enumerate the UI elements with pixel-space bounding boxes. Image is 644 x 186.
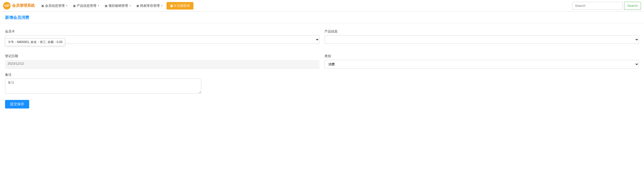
form-row-3: 备注 bbox=[5, 72, 639, 94]
brand-name: 会员管理系统 bbox=[12, 3, 35, 8]
form-group-date: 登记日期 2023/12/12 bbox=[5, 54, 319, 68]
nav-menu: ▣ 会员信息管理 ▾ ▣ 产品信息管理 ▾ ▣ 项目核销管理 ▾ ▣ 耗材库存管… bbox=[39, 0, 570, 12]
nav-item-consumables-label: 耗材库存管理 bbox=[140, 4, 160, 8]
divider bbox=[0, 23, 644, 23]
product-arrow-icon: ▾ bbox=[98, 4, 99, 7]
product-info-label: 产品信息 bbox=[325, 29, 639, 34]
nav-item-member[interactable]: ▣ 会员信息管理 ▾ bbox=[39, 0, 70, 12]
form-group-remark: 备注 bbox=[5, 72, 201, 94]
search-area: Search bbox=[572, 2, 641, 10]
form-group-member-card: 会员卡 卡号：N800001, 姓名：张三, 余额：0.00 bbox=[5, 29, 319, 44]
navbar: VIP 会员管理系统 ▣ 会员信息管理 ▾ ▣ 产品信息管理 ▾ ▣ 项目核销管… bbox=[0, 0, 644, 12]
nav-item-project[interactable]: ▣ 项目核销管理 ▾ bbox=[102, 0, 133, 12]
submit-label: 提交保存 bbox=[10, 102, 24, 106]
product-icon: ▣ bbox=[73, 4, 76, 8]
member-icon: ▣ bbox=[41, 4, 44, 8]
search-button[interactable]: Search bbox=[624, 2, 641, 10]
nav-item-project-label: 项目核销管理 bbox=[108, 4, 128, 8]
consumables-icon: ▣ bbox=[136, 4, 139, 8]
form-group-category: 类别 消费 bbox=[325, 54, 639, 68]
nav-item-member-label: 会员信息管理 bbox=[45, 4, 65, 8]
member-card-dropdown-hint: 卡号：N800001, 姓名：张三, 余额：0.00 bbox=[5, 38, 65, 46]
consumables-arrow-icon: ▾ bbox=[161, 4, 163, 7]
logout-label: 0 注销登录 bbox=[174, 4, 190, 8]
category-select[interactable]: 消费 bbox=[325, 60, 639, 68]
member-card-label: 会员卡 bbox=[5, 29, 319, 34]
search-button-label: Search bbox=[627, 4, 638, 8]
project-arrow-icon: ▾ bbox=[130, 4, 131, 7]
date-display: 2023/12/12 bbox=[5, 60, 319, 68]
logout-button[interactable]: ▣ 0 注销登录 bbox=[167, 2, 193, 10]
form-row-submit: 提交保存 bbox=[5, 98, 639, 108]
brand: VIP 会员管理系统 bbox=[3, 2, 35, 10]
brand-icon: VIP bbox=[3, 2, 11, 10]
form-row-2: 登记日期 2023/12/12 类别 消费 bbox=[5, 54, 639, 68]
nav-item-consumables[interactable]: ▣ 耗材库存管理 ▾ bbox=[134, 0, 165, 12]
logout-icon: ▣ bbox=[170, 4, 173, 8]
category-label: 类别 bbox=[325, 54, 639, 58]
date-label: 登记日期 bbox=[5, 54, 319, 58]
form-group-product-info: 产品信息 bbox=[325, 29, 639, 44]
member-arrow-icon: ▾ bbox=[66, 4, 67, 7]
product-info-select[interactable] bbox=[325, 35, 639, 44]
search-input[interactable] bbox=[572, 2, 623, 10]
form-container: 会员卡 卡号：N800001, 姓名：张三, 余额：0.00 产品信息 登记日期… bbox=[0, 27, 644, 118]
remark-textarea[interactable] bbox=[5, 79, 201, 94]
form-row-1: 会员卡 卡号：N800001, 姓名：张三, 余额：0.00 产品信息 bbox=[5, 29, 639, 44]
project-icon: ▣ bbox=[105, 4, 107, 8]
page-title: 新增会员消费 bbox=[0, 12, 644, 23]
nav-item-product-label: 产品信息管理 bbox=[77, 4, 96, 8]
submit-button[interactable]: 提交保存 bbox=[5, 100, 29, 108]
nav-item-product[interactable]: ▣ 产品信息管理 ▾ bbox=[70, 0, 102, 12]
remark-label: 备注 bbox=[5, 72, 201, 77]
